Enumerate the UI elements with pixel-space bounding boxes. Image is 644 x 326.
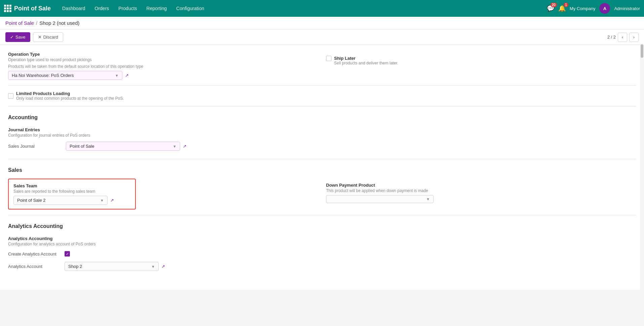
analytics-heading: Analytics Accounting — [8, 218, 636, 232]
analytics-sub-heading: Analytics Accounting — [8, 236, 636, 241]
down-payment-select[interactable]: ▼ — [326, 195, 434, 203]
analytics-account-field: Shop 2 ▼ ↗ — [65, 262, 165, 271]
create-analytics-checkbox[interactable]: ✓ — [65, 251, 70, 257]
sales-team-external-link[interactable]: ↗ — [110, 198, 114, 203]
analytics-account-external-link[interactable]: ↗ — [161, 264, 165, 269]
prev-page-button[interactable]: ‹ — [618, 33, 627, 42]
divider-3 — [8, 159, 636, 159]
ship-later-checkbox[interactable] — [326, 56, 331, 61]
sales-team-heading: Sales Team — [13, 183, 130, 188]
ship-later-desc: Sell products and deliver them later. — [334, 61, 398, 65]
operation-type-value: Ha Noi Warehouse: PoS Orders — [12, 73, 74, 78]
sales-journal-row: Sales Journal Point of Sale ▼ ↗ — [8, 140, 636, 152]
company-name[interactable]: My Company — [570, 6, 596, 11]
alerts-button[interactable]: 🔔 1 — [558, 5, 566, 12]
breadcrumb-current: Shop 2 (not used) — [39, 20, 79, 26]
sales-journal-arrow: ▼ — [173, 144, 176, 148]
analytics-group: Analytics Accounting Configuration for a… — [8, 232, 636, 276]
journal-entries-group: Journal Entries Configuration for journa… — [8, 123, 636, 156]
save-label: Save — [15, 35, 26, 40]
messages-button[interactable]: 💬 20 — [547, 5, 554, 12]
x-icon: ✕ — [38, 35, 42, 40]
pagination-text: 2 / 2 — [607, 35, 616, 40]
menu-products[interactable]: Products — [114, 0, 142, 17]
sales-team-field: Point of Sale 2 ▼ ↗ — [13, 196, 130, 205]
sales-journal-select[interactable]: Point of Sale ▼ — [66, 142, 180, 151]
sales-journal-value: Point of Sale — [70, 144, 94, 149]
operation-ship-row: Operation Type Operation type used to re… — [8, 49, 636, 83]
accounting-heading: Accounting — [8, 109, 636, 123]
scrollbar[interactable] — [640, 44, 644, 290]
create-analytics-label: Create Analytics Account — [8, 251, 62, 257]
down-payment-arrow: ▼ — [426, 197, 430, 201]
operation-type-section: Operation Type Operation type used to re… — [8, 45, 636, 83]
menu-orders[interactable]: Orders — [90, 0, 114, 17]
down-payment-heading: Down Payment Product — [326, 183, 636, 188]
operation-type-col: Operation Type Operation type used to re… — [8, 52, 318, 80]
breadcrumb-parent[interactable]: Point of Sale — [5, 20, 34, 26]
sales-team-arrow: ▼ — [100, 198, 104, 202]
divider-4 — [8, 215, 636, 215]
limited-products-field: Limited Products Loading Only load most … — [8, 88, 636, 103]
analytics-account-label: Analytics Account — [8, 264, 62, 269]
operation-type-field: Ha Noi Warehouse: PoS Orders ▼ ↗ — [8, 71, 318, 80]
operation-type-desc2: Products will be taken from the default … — [8, 64, 318, 69]
sales-heading: Sales — [8, 162, 636, 176]
topnav-right: 💬 20 🔔 1 My Company A Administrator — [547, 3, 640, 14]
analytics-account-select[interactable]: Shop 2 ▼ — [65, 262, 159, 271]
app-brand[interactable]: Point of Sale — [4, 5, 51, 12]
app-name: Point of Sale — [14, 5, 51, 12]
next-page-button[interactable]: › — [629, 33, 639, 42]
check-icon: ✓ — [10, 35, 14, 40]
journal-entries-desc: Configuration for journal entries of PoS… — [8, 133, 636, 138]
limited-products-desc: Only load most common products at the op… — [16, 96, 124, 101]
alerts-badge: 1 — [564, 3, 568, 7]
sales-journal-external-link[interactable]: ↗ — [183, 144, 187, 149]
breadcrumb-bar: Point of Sale / Shop 2 (not used) — [0, 17, 644, 30]
sales-team-desc: Sales are reported to the following sale… — [13, 189, 130, 194]
operation-type-select[interactable]: Ha Noi Warehouse: PoS Orders ▼ — [8, 71, 122, 80]
down-payment-field: ▼ — [326, 195, 636, 203]
sales-team-box: Sales Team Sales are reported to the fol… — [8, 179, 136, 209]
down-payment-col: Down Payment Product This product will b… — [326, 179, 636, 209]
sales-journal-label: Sales Journal — [8, 144, 62, 149]
discard-button[interactable]: ✕ Discard — [33, 32, 63, 42]
menu-dashboard[interactable]: Dashboard — [57, 0, 90, 17]
discard-label: Discard — [43, 35, 58, 40]
user-name[interactable]: Administrator — [614, 6, 640, 11]
grid-icon — [4, 5, 11, 12]
create-analytics-row: Create Analytics Account ✓ — [8, 250, 636, 258]
analytics-account-arrow: ▼ — [151, 265, 155, 269]
menu-reporting[interactable]: Reporting — [142, 0, 172, 17]
ship-later-col: Ship Later Sell products and deliver the… — [326, 52, 636, 80]
breadcrumb-separator: / — [36, 20, 37, 26]
avatar[interactable]: A — [599, 3, 610, 14]
operation-type-desc1: Operation type used to record product pi… — [8, 57, 318, 62]
action-buttons: ✓ Save ✕ Discard — [5, 32, 63, 42]
scroll-thumb[interactable] — [641, 44, 643, 58]
ship-later-label-group: Ship Later Sell products and deliver the… — [334, 56, 398, 65]
journal-entries-heading: Journal Entries — [8, 127, 636, 132]
sales-team-select[interactable]: Point of Sale 2 ▼ — [13, 196, 108, 205]
main-menu: Dashboard Orders Products Reporting Conf… — [57, 0, 544, 17]
operation-type-arrow: ▼ — [115, 74, 119, 78]
sales-team-col: Sales Team Sales are reported to the fol… — [8, 179, 318, 209]
menu-configuration[interactable]: Configuration — [171, 0, 209, 17]
down-payment-desc: This product will be applied when down p… — [326, 188, 636, 193]
sales-row: Sales Team Sales are reported to the fol… — [8, 176, 636, 212]
analytics-account-row: Analytics Account Shop 2 ▼ ↗ — [8, 261, 636, 272]
pagination: 2 / 2 ‹ › — [607, 33, 639, 42]
limited-products-checkbox[interactable] — [8, 93, 13, 99]
divider-1 — [8, 85, 636, 86]
operation-type-external-link[interactable]: ↗ — [125, 73, 129, 78]
operation-type-heading: Operation Type — [8, 52, 318, 57]
top-navigation: Point of Sale Dashboard Orders Products … — [0, 0, 644, 17]
save-button[interactable]: ✓ Save — [5, 32, 30, 42]
messages-badge: 20 — [551, 3, 557, 7]
analytics-account-value: Shop 2 — [68, 264, 82, 269]
action-bar: ✓ Save ✕ Discard 2 / 2 ‹ › — [0, 30, 644, 45]
avatar-letter: A — [603, 6, 606, 11]
ship-later-heading: Ship Later — [334, 56, 398, 61]
sales-team-value: Point of Sale 2 — [17, 198, 46, 203]
sales-journal-field: Point of Sale ▼ ↗ — [66, 142, 187, 151]
